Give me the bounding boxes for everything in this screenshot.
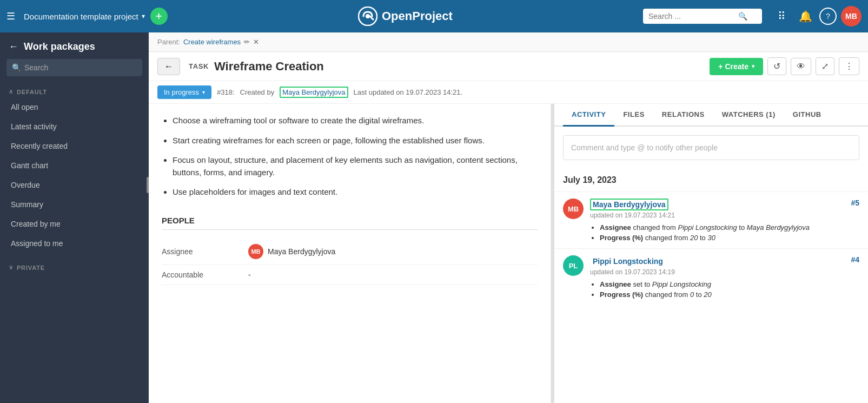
activity-item: MB Maya Berdygylyjova updated on 19.07.2… — [554, 191, 868, 248]
activity-item: PL Pippi Longstocking updated on 19.07.2… — [554, 248, 868, 305]
assignee-row: Assignee MB Maya Berdygylyjova — [162, 239, 538, 265]
task-description-panel: Choose a wireframing tool or software to… — [149, 104, 551, 403]
breadcrumb-edit-icon[interactable]: ✏ — [244, 38, 250, 46]
assignee-name: Maya Berdygylyjova — [268, 247, 335, 256]
logo-icon — [358, 6, 377, 26]
tab-activity[interactable]: ACTIVITY — [563, 104, 614, 127]
tab-relations[interactable]: RELATIONS — [653, 104, 713, 127]
accountable-row: Accountable - — [162, 265, 538, 285]
content-area: Choose a wireframing tool or software to… — [149, 104, 868, 403]
tab-github[interactable]: GITHUB — [784, 104, 830, 127]
activity-timestamp: updated on 19.07.2023 14:21 — [590, 212, 675, 219]
activity-number[interactable]: #4 — [851, 255, 859, 264]
breadcrumb-parent-label: Parent: — [157, 38, 180, 46]
accountable-value: - — [248, 270, 251, 279]
main-content: Parent: Create wireframes ✏ ✕ ← TASK Wir… — [149, 32, 868, 403]
grid-icon[interactable]: ⠿ — [772, 6, 791, 26]
activity-changes: Assignee changed from Pippi Longstocking… — [590, 223, 859, 242]
change-item: Assignee set to Pippi Longstocking — [600, 280, 859, 288]
tab-files[interactable]: FILES — [614, 104, 653, 127]
sidebar-item-assigned-to-me[interactable]: Assigned to me — [0, 234, 149, 253]
activity-avatar-pl: PL — [563, 255, 584, 276]
task-title: Wireframe Creation — [214, 60, 324, 74]
bullet-item: Use placeholders for images and text con… — [173, 186, 538, 199]
activity-user-link[interactable]: Maya Berdygylyjova — [590, 199, 668, 210]
task-header: ← TASK Wireframe Creation + Create ▾ ↺ 👁… — [149, 52, 868, 81]
sidebar-section-default[interactable]: ∧ DEFAULT — [0, 83, 149, 97]
project-name[interactable]: Documentation template project ▾ — [24, 12, 145, 21]
people-section: PEOPLE Assignee MB Maya Berdygylyjova Ac… — [162, 216, 538, 285]
activity-item-header: Maya Berdygylyjova updated on 19.07.2023… — [590, 199, 859, 219]
watch-history-button[interactable]: ↺ — [767, 57, 786, 75]
activity-panel: ACTIVITY FILES RELATIONS WATCHERS (1) GI… — [554, 104, 868, 403]
activity-user-link[interactable]: Pippi Longstocking — [590, 255, 666, 267]
more-options-button[interactable]: ⋮ — [839, 57, 859, 75]
sidebar-item-overdue[interactable]: Overdue — [0, 175, 149, 195]
top-navigation: ☰ Documentation template project ▾ + Ope… — [0, 0, 868, 32]
sidebar-title: Work packages — [24, 41, 95, 52]
bullet-item: Focus on layout, structure, and placemen… — [173, 154, 538, 179]
activity-body: Pippi Longstocking updated on 19.07.2023… — [590, 255, 859, 299]
help-icon[interactable]: ? — [819, 8, 837, 25]
assignee-label: Assignee — [162, 247, 237, 256]
sidebar-header: ← Work packages — [0, 32, 149, 57]
created-by-prefix: Created by — [240, 88, 275, 96]
sidebar-search-input[interactable] — [24, 63, 137, 72]
global-search-box[interactable]: 🔍 — [643, 9, 762, 24]
last-updated-text: Last updated on 19.07.2023 14:21. — [354, 88, 463, 96]
logo-text: OpenProject — [382, 9, 453, 23]
issue-number: #318: — [217, 88, 235, 96]
description-bullets: Choose a wireframing tool or software to… — [162, 115, 538, 199]
hamburger-menu-icon[interactable]: ☰ — [6, 10, 15, 22]
bullet-item: Start creating wireframes for each scree… — [173, 135, 538, 147]
assignee-value: MB Maya Berdygylyjova — [248, 244, 335, 259]
tab-bar: ACTIVITY FILES RELATIONS WATCHERS (1) GI… — [554, 104, 868, 127]
change-item: Progress (%) changed from 20 to 30 — [600, 234, 859, 242]
sidebar-search-box[interactable]: 🔍 — [6, 59, 142, 76]
notification-icon[interactable]: 🔔 — [796, 6, 815, 26]
sidebar-item-latest-activity[interactable]: Latest activity — [0, 117, 149, 136]
activity-item-header: Pippi Longstocking updated on 19.07.2023… — [590, 255, 859, 276]
activity-changes: Assignee set to Pippi Longstocking Progr… — [590, 280, 859, 299]
activity-body: Maya Berdygylyjova updated on 19.07.2023… — [590, 199, 859, 242]
activity-avatar-mb: MB — [563, 199, 584, 219]
sidebar-item-created-by-me[interactable]: Created by me — [0, 214, 149, 234]
fullscreen-button[interactable]: ⤢ — [816, 57, 834, 75]
add-button[interactable]: + — [150, 8, 168, 25]
sidebar-item-gantt-chart[interactable]: Gantt chart — [0, 156, 149, 175]
assignee-avatar: MB — [248, 244, 263, 259]
task-header-actions: + Create ▾ ↺ 👁 ⤢ ⋮ — [710, 57, 859, 75]
status-bar: In progress ▾ #318: Created by Maya Berd… — [149, 81, 868, 104]
sidebar: ← Work packages 🔍 ∧ DEFAULT All open Lat… — [0, 32, 149, 403]
search-icon: 🔍 — [738, 12, 747, 21]
comment-box[interactable]: Comment and type @ to notify other peopl… — [563, 135, 859, 160]
activity-number[interactable]: #5 — [851, 199, 859, 207]
created-by-link[interactable]: Maya Berdygylyjova — [280, 87, 348, 98]
sidebar-section-private[interactable]: ∨ PRIVATE — [0, 259, 149, 273]
activity-timestamp: updated on 19.07.2023 14:19 — [590, 268, 675, 276]
search-input[interactable] — [648, 12, 735, 21]
status-badge[interactable]: In progress ▾ — [157, 85, 211, 99]
date-separator: July 19, 2023 — [554, 169, 868, 191]
sidebar-item-all-open[interactable]: All open — [0, 97, 149, 117]
create-button[interactable]: + Create ▾ — [710, 58, 763, 75]
watch-button[interactable]: 👁 — [791, 58, 811, 75]
tab-watchers[interactable]: WATCHERS (1) — [713, 104, 784, 127]
sidebar-item-summary[interactable]: Summary — [0, 195, 149, 214]
change-item: Progress (%) changed from 0 to 20 — [600, 290, 859, 299]
sidebar-item-recently-created[interactable]: Recently created — [0, 136, 149, 156]
sidebar-back-icon[interactable]: ← — [9, 41, 18, 52]
sidebar-search-icon: 🔍 — [12, 63, 21, 72]
task-type-label: TASK — [189, 62, 209, 70]
breadcrumb-parent-link[interactable]: Create wireframes — [183, 38, 241, 46]
main-layout: ← Work packages 🔍 ∧ DEFAULT All open Lat… — [0, 32, 868, 403]
change-item: Assignee changed from Pippi Longstocking… — [600, 223, 859, 232]
people-section-title: PEOPLE — [162, 216, 538, 230]
user-avatar[interactable]: MB — [841, 6, 862, 27]
task-back-button[interactable]: ← — [157, 58, 180, 75]
breadcrumb-close-icon[interactable]: ✕ — [253, 38, 259, 46]
app-logo: OpenProject — [173, 6, 638, 26]
bullet-item: Choose a wireframing tool or software to… — [173, 115, 538, 127]
nav-icon-group: ⠿ 🔔 ? MB — [772, 6, 862, 27]
accountable-label: Accountable — [162, 270, 237, 279]
